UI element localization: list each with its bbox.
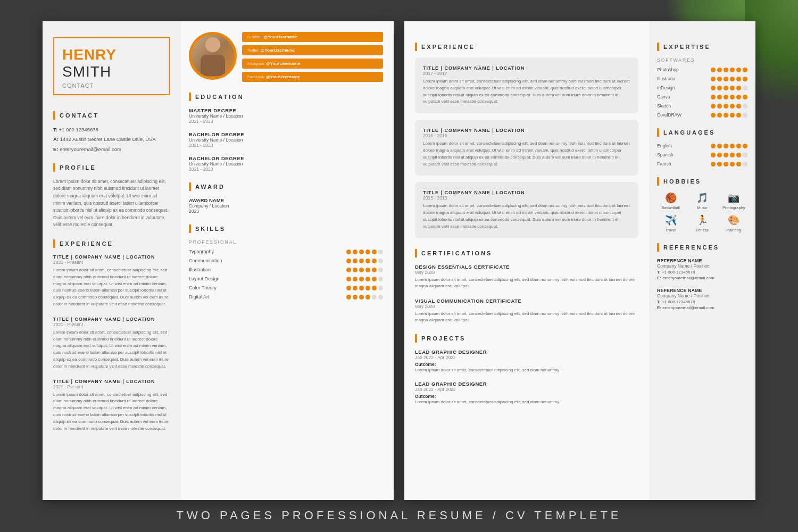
edu-item-3: BACHELOR DEGREE University Name / Locati… <box>189 155 383 172</box>
skill-digital: Digital Art <box>189 294 383 300</box>
languages-section-header: LANGUAGES <box>657 128 747 137</box>
contact-address: A: 1442 Austin Secret Lane Castle Dale, … <box>53 136 170 143</box>
exp2-section-title: EXPERIENCE <box>421 44 475 50</box>
section-bar-languages <box>657 128 659 137</box>
education-section-title: EDUCATION <box>195 94 244 100</box>
ref1-phone: T: +1 000 12345678 <box>657 270 747 275</box>
references-section-title: REFERENCES <box>663 244 719 251</box>
page2-left-column: EXPERIENCE TITLE | COMPANY NAME | LOCATI… <box>404 21 649 500</box>
exp-item-2: TITLE | COMPANY NAME | LOCATION 2021 - P… <box>53 317 170 370</box>
edu-item-2: BACHELOR DEGREE University Name / Locati… <box>189 131 383 148</box>
section-bar-references <box>657 243 659 252</box>
page2-right-column: EXPERTISE SOFTWARES Photoshop Illustrato… <box>649 21 755 500</box>
hobbies-section-header: HOBBIES <box>657 177 747 186</box>
ref-item-2: REFERENCE NAME Company Name / Position T… <box>657 288 747 310</box>
education-section-header: EDUCATION <box>189 93 383 101</box>
page1-left-column: HENRY SMITH CONTACT CONTACT T: +1 000 12… <box>43 21 181 500</box>
music-icon: 🎵 <box>696 192 708 204</box>
experience-section-header-p1: EXPERIENCE <box>53 239 170 248</box>
social-twitter: Twitter: @YourUsername <box>242 45 383 55</box>
ref1-email: E: enteryouremail@email.com <box>657 276 747 280</box>
pages-container: HENRY SMITH CONTACT CONTACT T: +1 000 12… <box>43 21 755 500</box>
section-bar-award <box>189 182 191 191</box>
ref-item-1: REFERENCE NAME Company Name / Position T… <box>657 258 747 280</box>
social-links: LinkedIn: @YourUsername Twitter: @YourUs… <box>242 32 383 82</box>
award-year: 2023 <box>189 209 383 214</box>
hobby-painting: 🎨 Painting <box>720 214 747 232</box>
skill-dots-layout <box>346 277 383 281</box>
skills-section-title: SKILLS <box>195 226 226 232</box>
section-bar-exp2 <box>415 43 417 51</box>
hobby-travel: ✈️ Travel <box>657 214 684 232</box>
references-section-header: REFERENCES <box>657 243 747 252</box>
painting-icon: 🎨 <box>728 214 739 226</box>
hobbies-section-title: HOBBIES <box>663 178 701 185</box>
skill-communication: Communication <box>189 258 383 263</box>
section-bar-projects <box>415 334 417 343</box>
hobby-fitness: 🏃 Fitness <box>688 214 716 232</box>
skill-dots-color <box>346 286 383 290</box>
ref2-email: E: enteryouremail@email.com <box>657 305 747 310</box>
section-bar-cert <box>415 249 417 257</box>
section-bar-exp <box>53 239 55 248</box>
exp-item-3: TITLE | COMPANY NAME | LOCATION 2021 - P… <box>53 379 170 433</box>
exp-title-1: TITLE | COMPANY NAME | LOCATION <box>53 254 170 260</box>
contact-section-header: CONTACT <box>53 111 170 120</box>
software-indesign: InDesign <box>657 85 747 90</box>
award-section-title: AWARD <box>195 184 225 190</box>
page-2: EXPERIENCE TITLE | COMPANY NAME | LOCATI… <box>404 21 755 500</box>
lang-english: English <box>657 143 747 148</box>
contact-section-title: CONTACT <box>60 112 99 119</box>
section-bar-profile <box>53 163 55 172</box>
exp-block-3: TITLE | COMPANY NAME | LOCATION 2015 - 2… <box>415 182 638 238</box>
cert-item-2: VISUAL COMMUNICATION CERTIFICATE May 202… <box>415 298 638 323</box>
person-head <box>205 37 220 52</box>
skill-illustration: Illustration <box>189 267 383 272</box>
name-header-box: HENRY SMITH CONTACT <box>53 37 170 95</box>
cert-item-1: DESIGN ESSENTIALS CERTIFICATE May 2020 L… <box>415 264 638 289</box>
travel-icon: ✈️ <box>665 214 677 226</box>
social-instagram: Instagram: @YourUsername <box>242 59 383 69</box>
softwares-label: SOFTWARES <box>657 57 747 63</box>
exp-desc-1: Lorem ipsum dolor sit amet, consectetuer… <box>53 267 170 308</box>
full-name: HENRY SMITH <box>62 46 161 80</box>
basketball-icon: 🏀 <box>665 192 677 204</box>
skill-dots-communication <box>346 259 383 263</box>
exp-date-1: 2021 - Present <box>53 260 170 265</box>
professional-label: PROFESSIONAL <box>189 239 383 245</box>
exp-title-2: TITLE | COMPANY NAME | LOCATION <box>53 317 170 322</box>
experience-section-title-p1: EXPERIENCE <box>60 240 113 247</box>
award-company: Company / Location <box>189 203 383 209</box>
skill-dots-typography <box>346 250 383 254</box>
social-facebook: Facebook: @YourUsername <box>242 72 383 82</box>
exp-item-1: TITLE | COMPANY NAME | LOCATION 2021 - P… <box>53 254 170 308</box>
profile-section-header: PROFILE <box>53 163 170 172</box>
page-1: HENRY SMITH CONTACT CONTACT T: +1 000 12… <box>43 21 394 500</box>
profile-photo <box>189 32 237 80</box>
lang-french: French <box>657 161 747 167</box>
lang-spanish: Spanish <box>657 152 747 157</box>
award-section-header: AWARD <box>189 182 383 191</box>
skill-color: Color Theory <box>189 285 383 290</box>
software-photoshop: Photoshop <box>657 67 747 72</box>
exp-block-2: TITLE | COMPANY NAME | LOCATION 2016 - 2… <box>415 120 638 176</box>
photo-social-container: LinkedIn: @YourUsername Twitter: @YourUs… <box>189 32 383 82</box>
section-bar-skills <box>189 225 191 233</box>
exp2-section-header: EXPERIENCE <box>415 43 638 51</box>
skills-section-header: SKILLS <box>189 225 383 233</box>
hobby-music: 🎵 Music <box>688 192 716 210</box>
software-sketch: Sketch <box>657 103 747 109</box>
last-name: SMITH <box>62 63 111 80</box>
first-name: HENRY <box>62 46 117 63</box>
skill-typography: Typography <box>189 249 383 254</box>
skill-dots-digital <box>346 295 383 300</box>
person-silhouette <box>197 36 229 76</box>
cert-section-title: CERTIFICATIONS <box>421 250 492 256</box>
skill-dots-illustration <box>346 268 383 272</box>
exp-title-3: TITLE | COMPANY NAME | LOCATION <box>53 379 170 384</box>
photography-icon: 📷 <box>728 192 739 204</box>
exp-date-2: 2021 - Present <box>53 322 170 327</box>
award-name: AWARD NAME <box>189 197 383 203</box>
fitness-icon: 🏃 <box>696 214 708 226</box>
profile-text: Lorem ipsum dolor sit amet, consectetuer… <box>53 178 170 229</box>
